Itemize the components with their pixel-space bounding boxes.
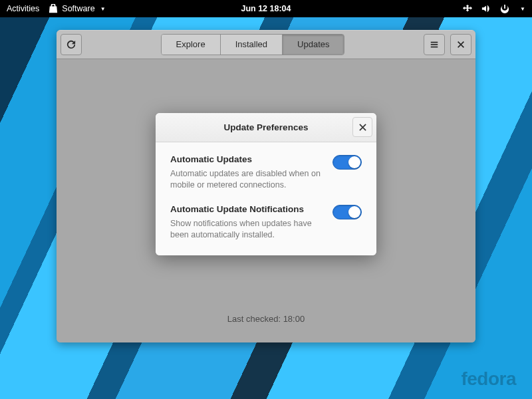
gnome-top-bar: Activities Software ▼ Jun 12 18:04 ▼ (0, 0, 532, 17)
pref-automatic-update-notifications: Automatic Update Notifications Show noti… (170, 204, 362, 241)
update-preferences-dialog: Update Preferences Automatic Updates Aut… (156, 113, 376, 255)
dialog-title: Update Preferences (224, 122, 309, 132)
clock[interactable]: Jun 12 18:04 (241, 4, 291, 13)
close-icon (456, 40, 466, 49)
system-status-area[interactable]: ▼ (463, 4, 525, 13)
network-icon (463, 4, 472, 13)
shopping-bag-icon (49, 4, 58, 13)
tab-installed[interactable]: Installed (221, 35, 283, 55)
dialog-body: Automatic Updates Automatic updates are … (156, 142, 376, 255)
dialog-header: Update Preferences (156, 113, 376, 142)
chevron-down-icon: ▼ (520, 6, 525, 12)
power-icon (500, 4, 509, 13)
hamburger-icon (430, 40, 439, 49)
automatic-update-notifications-switch[interactable] (332, 205, 362, 219)
view-switcher: Explore Installed Updates (161, 34, 345, 55)
headerbar: Explore Installed Updates (57, 30, 475, 59)
chevron-down-icon: ▼ (100, 6, 106, 12)
app-menu-label: Software (62, 4, 94, 13)
refresh-icon (66, 40, 76, 49)
last-checked-label: Last checked: 18:00 (227, 314, 305, 324)
pref-description: Show notifications when updates have bee… (170, 218, 322, 241)
pref-title: Automatic Update Notifications (170, 204, 322, 214)
hamburger-menu-button[interactable] (424, 34, 445, 55)
app-menu[interactable]: Software ▼ (49, 4, 105, 13)
fedora-wordmark: fedora (461, 368, 516, 390)
close-icon (359, 124, 366, 131)
pref-title: Automatic Updates (170, 154, 322, 164)
activities-button[interactable]: Activities (7, 4, 39, 13)
tab-explore[interactable]: Explore (162, 35, 221, 55)
dialog-close-button[interactable] (352, 117, 372, 137)
pref-description: Automatic updates are disabled when on m… (170, 168, 322, 191)
tab-updates[interactable]: Updates (283, 35, 344, 55)
window-close-button[interactable] (450, 34, 471, 55)
refresh-button[interactable] (61, 34, 82, 55)
pref-automatic-updates: Automatic Updates Automatic updates are … (170, 154, 362, 191)
volume-icon (481, 4, 491, 13)
automatic-updates-switch[interactable] (332, 155, 362, 170)
